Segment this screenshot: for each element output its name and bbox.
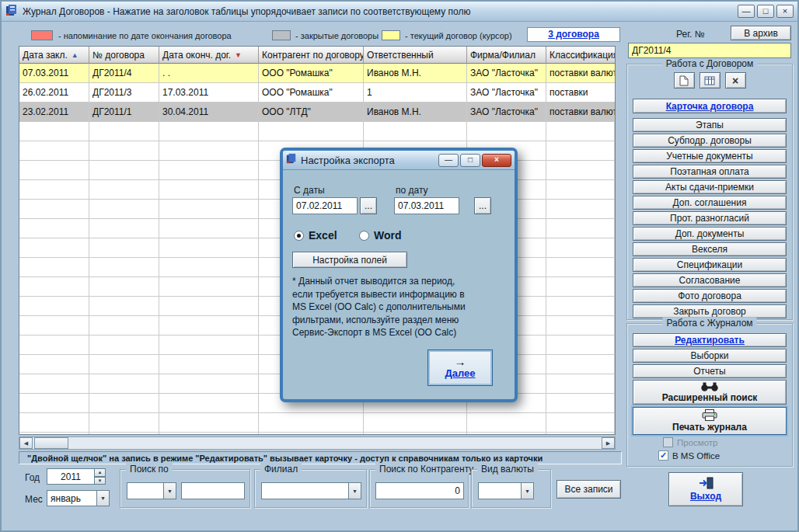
export-settings-dialog: Настройка экспорта — □ × С даты ... по д… [280,148,518,402]
edit-button[interactable]: Редактировать [633,333,787,347]
delete-record-button[interactable]: × [725,72,746,89]
dialog-minimize-button[interactable]: — [438,154,459,167]
chevron-down-icon[interactable]: ▼ [521,482,534,499]
status-text: "Двойной щелчок" на запись в режиме "Ред… [27,454,543,463]
year-spin-buttons[interactable]: ▲ ▼ [94,468,106,485]
stages-button[interactable]: Этапы [633,118,787,132]
search-by-label: Поиск по [126,464,173,475]
current-legend-label: - текущий договор (курсор) [405,31,512,40]
close-button[interactable]: × [776,5,794,18]
scroll-left-icon[interactable]: ◀ [19,437,33,449]
ms-office-checkbox[interactable]: ✓ В MS Office [658,450,720,461]
window-controls: — □ × [738,5,794,18]
month-value: январь [47,490,96,506]
branch-group: Филиал ▼ [254,469,367,508]
app-icon [5,4,18,19]
maximize-button[interactable]: □ [757,5,774,18]
check-icon: ✓ [658,450,668,461]
accounting-docs-button[interactable]: Учетные документы [633,149,787,163]
table-row[interactable]: 07.03.2011 ДГ2011/4 . . ООО "Ромашка" Ив… [19,64,615,83]
column-header-responsible[interactable]: Ответственный [364,47,467,64]
to-date-input[interactable] [394,197,459,214]
dialog-icon [286,153,297,167]
binoculars-icon [700,382,719,391]
year-input[interactable] [47,468,94,485]
currency-select[interactable]: ▼ [478,482,534,499]
spin-down-icon[interactable]: ▼ [94,477,106,485]
selections-button[interactable]: Выборки [633,349,787,363]
acceptance-acts-button[interactable]: Акты сдачи-приемки [633,180,787,194]
record-toolbar: × [674,72,746,89]
search-by-select[interactable]: ▼ [127,482,176,499]
print-journal-button[interactable]: Печать журнала [633,407,787,435]
search-input[interactable] [181,482,245,499]
column-header-date-signed[interactable]: Дата закл.▲ [19,47,89,64]
column-header-classification[interactable]: Классификация [546,47,615,64]
year-stepper[interactable]: ▲ ▼ [47,468,106,485]
extra-docs-button[interactable]: Доп. документы [633,227,787,241]
exit-door-icon [698,477,714,489]
reminder-legend-label: - напоминание по дате окончания договора [58,31,232,40]
column-header-number[interactable]: № договора [89,47,159,64]
addendums-button[interactable]: Доп. соглашения [633,196,787,210]
chevron-down-icon[interactable]: ▼ [163,482,176,499]
search-by-group: Поиск по ▼ [120,469,250,508]
from-date-picker-button[interactable]: ... [360,197,377,214]
contract-card-button[interactable]: Карточка договора [633,99,787,113]
subcontracts-button[interactable]: Субподр. договоры [633,134,787,148]
reg-number-input[interactable] [628,43,791,58]
close-contract-button[interactable]: Закрыть договор [633,304,787,318]
currency-label: Вид валюты [477,464,538,475]
table-row[interactable]: 23.02.2011 ДГ2011/1 30.04.2011 ООО "ЛТД"… [19,103,615,122]
counterparty-input[interactable] [375,482,464,499]
staged-payment-button[interactable]: Поэтапная оплата [633,165,787,179]
disagreement-protocols-button[interactable]: Прот. разногласий [633,211,787,225]
copy-record-button[interactable] [700,72,720,89]
sort-desc-icon: ▼ [235,51,242,59]
spin-up-icon[interactable]: ▲ [94,468,106,477]
excel-radio[interactable]: Excel [294,229,337,242]
new-document-icon [679,75,689,86]
minimize-button[interactable]: — [738,5,755,18]
approval-button[interactable]: Согласование [633,273,787,287]
dialog-maximize-button[interactable]: □ [460,154,480,167]
dialog-title: Настройка экспорта [301,155,395,166]
scroll-right-icon[interactable]: ▶ [602,437,615,449]
reminder-color-swatch [31,30,53,40]
radio-icon [359,231,369,241]
archive-button[interactable]: В архив [731,26,791,40]
reports-button[interactable]: Отчеты [633,364,787,378]
to-date-picker-button[interactable]: ... [474,197,491,214]
dialog-close-button[interactable]: × [482,154,511,167]
window-title: Журнал Договоров - Нажатие на заголовок … [23,6,470,17]
exit-button[interactable]: Выход [668,472,743,506]
current-color-swatch [382,30,400,40]
table-row[interactable]: 26.02.2011 ДГ2011/3 17.03.2011 ООО "Рома… [19,83,615,103]
counterparty-group: Поиск по Контрагенту [369,469,469,508]
next-button[interactable]: → Далее [427,349,493,386]
new-record-button[interactable] [674,72,695,89]
word-radio[interactable]: Word [359,229,402,242]
column-header-counterparty[interactable]: Контрагент по договору [259,47,364,64]
all-records-button[interactable]: Все записи [557,480,621,499]
contracts-count-link[interactable]: 3 договора [527,27,620,42]
promissory-notes-button[interactable]: Векселя [633,242,787,256]
table-icon [704,76,715,85]
horizontal-scrollbar[interactable]: ◀ ▶ [19,436,616,450]
sort-asc-icon: ▲ [72,51,79,59]
month-select[interactable]: январь ▼ [47,490,110,506]
preview-checkbox[interactable]: Просмотр [663,437,718,447]
chevron-down-icon[interactable]: ▼ [96,490,110,506]
dialog-note-text: * Данный отчет выводится за период, если… [292,275,510,339]
scrollbar-thumb[interactable] [34,437,68,449]
contract-photo-button[interactable]: Фото договора [633,289,787,303]
specifications-button[interactable]: Спецификации [633,258,787,272]
chevron-down-icon[interactable]: ▼ [348,482,361,499]
column-header-date-end[interactable]: Дата оконч. дог.▼ [159,47,259,64]
column-header-firm[interactable]: Фирма/Филиал [467,47,546,64]
field-settings-button[interactable]: Настройка полей [292,252,407,268]
status-bar: "Двойной щелчок" на запись в режиме "Ред… [19,451,622,464]
branch-select[interactable]: ▼ [261,482,361,499]
from-date-input[interactable] [292,197,358,214]
advanced-search-button[interactable]: Расширенный поиск [633,380,787,405]
